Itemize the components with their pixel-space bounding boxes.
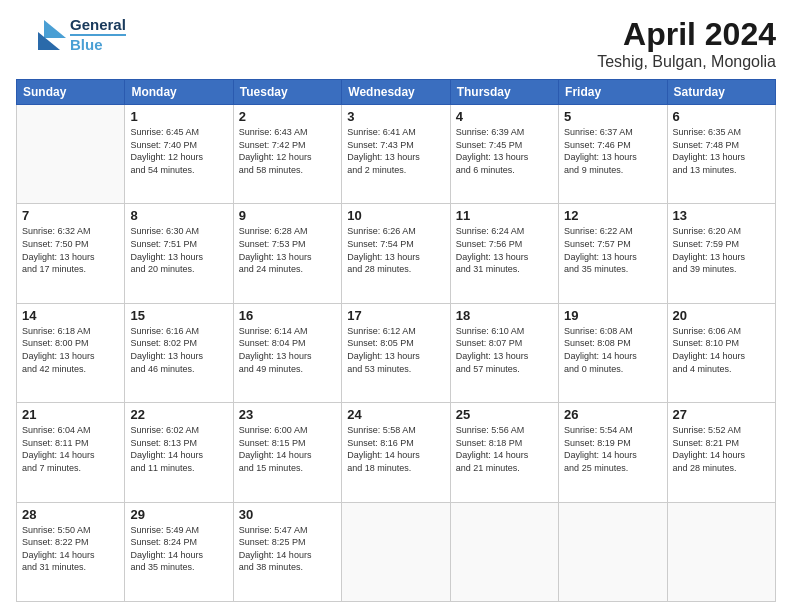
day-info: Sunrise: 6:14 AM Sunset: 8:04 PM Dayligh… bbox=[239, 325, 336, 375]
calendar-week-row: 28Sunrise: 5:50 AM Sunset: 8:22 PM Dayli… bbox=[17, 502, 776, 601]
day-number: 6 bbox=[673, 109, 770, 124]
calendar-subtitle: Teshig, Bulgan, Mongolia bbox=[597, 53, 776, 71]
calendar-week-row: 14Sunrise: 6:18 AM Sunset: 8:00 PM Dayli… bbox=[17, 303, 776, 402]
table-row: 17Sunrise: 6:12 AM Sunset: 8:05 PM Dayli… bbox=[342, 303, 450, 402]
day-info: Sunrise: 6:35 AM Sunset: 7:48 PM Dayligh… bbox=[673, 126, 770, 176]
table-row: 7Sunrise: 6:32 AM Sunset: 7:50 PM Daylig… bbox=[17, 204, 125, 303]
header: General Blue April 2024 Teshig, Bulgan, … bbox=[16, 16, 776, 71]
table-row: 28Sunrise: 5:50 AM Sunset: 8:22 PM Dayli… bbox=[17, 502, 125, 601]
day-info: Sunrise: 6:18 AM Sunset: 8:00 PM Dayligh… bbox=[22, 325, 119, 375]
day-info: Sunrise: 5:52 AM Sunset: 8:21 PM Dayligh… bbox=[673, 424, 770, 474]
table-row bbox=[559, 502, 667, 601]
day-info: Sunrise: 6:37 AM Sunset: 7:46 PM Dayligh… bbox=[564, 126, 661, 176]
day-info: Sunrise: 6:20 AM Sunset: 7:59 PM Dayligh… bbox=[673, 225, 770, 275]
day-number: 30 bbox=[239, 507, 336, 522]
day-info: Sunrise: 6:26 AM Sunset: 7:54 PM Dayligh… bbox=[347, 225, 444, 275]
day-number: 3 bbox=[347, 109, 444, 124]
day-number: 18 bbox=[456, 308, 553, 323]
table-row: 29Sunrise: 5:49 AM Sunset: 8:24 PM Dayli… bbox=[125, 502, 233, 601]
day-number: 9 bbox=[239, 208, 336, 223]
day-number: 26 bbox=[564, 407, 661, 422]
day-info: Sunrise: 6:39 AM Sunset: 7:45 PM Dayligh… bbox=[456, 126, 553, 176]
table-row: 24Sunrise: 5:58 AM Sunset: 8:16 PM Dayli… bbox=[342, 403, 450, 502]
calendar-header-row: Sunday Monday Tuesday Wednesday Thursday… bbox=[17, 80, 776, 105]
table-row: 6Sunrise: 6:35 AM Sunset: 7:48 PM Daylig… bbox=[667, 105, 775, 204]
day-info: Sunrise: 5:50 AM Sunset: 8:22 PM Dayligh… bbox=[22, 524, 119, 574]
day-info: Sunrise: 6:00 AM Sunset: 8:15 PM Dayligh… bbox=[239, 424, 336, 474]
table-row: 18Sunrise: 6:10 AM Sunset: 8:07 PM Dayli… bbox=[450, 303, 558, 402]
calendar-table: Sunday Monday Tuesday Wednesday Thursday… bbox=[16, 79, 776, 602]
table-row: 11Sunrise: 6:24 AM Sunset: 7:56 PM Dayli… bbox=[450, 204, 558, 303]
svg-marker-0 bbox=[44, 20, 66, 38]
calendar-title: April 2024 bbox=[597, 16, 776, 53]
day-number: 13 bbox=[673, 208, 770, 223]
day-number: 5 bbox=[564, 109, 661, 124]
table-row: 1Sunrise: 6:45 AM Sunset: 7:40 PM Daylig… bbox=[125, 105, 233, 204]
day-info: Sunrise: 6:04 AM Sunset: 8:11 PM Dayligh… bbox=[22, 424, 119, 474]
col-monday: Monday bbox=[125, 80, 233, 105]
day-number: 16 bbox=[239, 308, 336, 323]
day-number: 14 bbox=[22, 308, 119, 323]
logo-text-general: General bbox=[70, 17, 126, 34]
table-row: 21Sunrise: 6:04 AM Sunset: 8:11 PM Dayli… bbox=[17, 403, 125, 502]
table-row: 4Sunrise: 6:39 AM Sunset: 7:45 PM Daylig… bbox=[450, 105, 558, 204]
day-info: Sunrise: 6:16 AM Sunset: 8:02 PM Dayligh… bbox=[130, 325, 227, 375]
day-number: 19 bbox=[564, 308, 661, 323]
day-info: Sunrise: 6:30 AM Sunset: 7:51 PM Dayligh… bbox=[130, 225, 227, 275]
table-row: 14Sunrise: 6:18 AM Sunset: 8:00 PM Dayli… bbox=[17, 303, 125, 402]
table-row: 26Sunrise: 5:54 AM Sunset: 8:19 PM Dayli… bbox=[559, 403, 667, 502]
day-number: 7 bbox=[22, 208, 119, 223]
table-row: 13Sunrise: 6:20 AM Sunset: 7:59 PM Dayli… bbox=[667, 204, 775, 303]
table-row: 12Sunrise: 6:22 AM Sunset: 7:57 PM Dayli… bbox=[559, 204, 667, 303]
table-row: 10Sunrise: 6:26 AM Sunset: 7:54 PM Dayli… bbox=[342, 204, 450, 303]
day-info: Sunrise: 5:58 AM Sunset: 8:16 PM Dayligh… bbox=[347, 424, 444, 474]
day-number: 8 bbox=[130, 208, 227, 223]
table-row: 20Sunrise: 6:06 AM Sunset: 8:10 PM Dayli… bbox=[667, 303, 775, 402]
title-block: April 2024 Teshig, Bulgan, Mongolia bbox=[597, 16, 776, 71]
day-number: 1 bbox=[130, 109, 227, 124]
page: General Blue April 2024 Teshig, Bulgan, … bbox=[0, 0, 792, 612]
day-info: Sunrise: 6:45 AM Sunset: 7:40 PM Dayligh… bbox=[130, 126, 227, 176]
day-number: 11 bbox=[456, 208, 553, 223]
day-number: 4 bbox=[456, 109, 553, 124]
logo-graphic bbox=[16, 16, 66, 54]
table-row: 9Sunrise: 6:28 AM Sunset: 7:53 PM Daylig… bbox=[233, 204, 341, 303]
logo: General Blue bbox=[16, 16, 126, 54]
table-row: 19Sunrise: 6:08 AM Sunset: 8:08 PM Dayli… bbox=[559, 303, 667, 402]
col-tuesday: Tuesday bbox=[233, 80, 341, 105]
table-row: 5Sunrise: 6:37 AM Sunset: 7:46 PM Daylig… bbox=[559, 105, 667, 204]
col-wednesday: Wednesday bbox=[342, 80, 450, 105]
col-sunday: Sunday bbox=[17, 80, 125, 105]
day-info: Sunrise: 6:12 AM Sunset: 8:05 PM Dayligh… bbox=[347, 325, 444, 375]
day-number: 15 bbox=[130, 308, 227, 323]
day-number: 20 bbox=[673, 308, 770, 323]
table-row: 3Sunrise: 6:41 AM Sunset: 7:43 PM Daylig… bbox=[342, 105, 450, 204]
day-info: Sunrise: 6:32 AM Sunset: 7:50 PM Dayligh… bbox=[22, 225, 119, 275]
table-row bbox=[667, 502, 775, 601]
col-saturday: Saturday bbox=[667, 80, 775, 105]
logo-text-block: General Blue bbox=[70, 17, 126, 53]
day-number: 10 bbox=[347, 208, 444, 223]
day-info: Sunrise: 6:24 AM Sunset: 7:56 PM Dayligh… bbox=[456, 225, 553, 275]
day-info: Sunrise: 5:47 AM Sunset: 8:25 PM Dayligh… bbox=[239, 524, 336, 574]
table-row: 2Sunrise: 6:43 AM Sunset: 7:42 PM Daylig… bbox=[233, 105, 341, 204]
day-info: Sunrise: 5:56 AM Sunset: 8:18 PM Dayligh… bbox=[456, 424, 553, 474]
table-row: 30Sunrise: 5:47 AM Sunset: 8:25 PM Dayli… bbox=[233, 502, 341, 601]
day-number: 2 bbox=[239, 109, 336, 124]
day-number: 27 bbox=[673, 407, 770, 422]
table-row: 25Sunrise: 5:56 AM Sunset: 8:18 PM Dayli… bbox=[450, 403, 558, 502]
table-row: 23Sunrise: 6:00 AM Sunset: 8:15 PM Dayli… bbox=[233, 403, 341, 502]
day-info: Sunrise: 6:22 AM Sunset: 7:57 PM Dayligh… bbox=[564, 225, 661, 275]
table-row: 27Sunrise: 5:52 AM Sunset: 8:21 PM Dayli… bbox=[667, 403, 775, 502]
day-info: Sunrise: 6:41 AM Sunset: 7:43 PM Dayligh… bbox=[347, 126, 444, 176]
day-info: Sunrise: 6:06 AM Sunset: 8:10 PM Dayligh… bbox=[673, 325, 770, 375]
day-number: 29 bbox=[130, 507, 227, 522]
table-row: 22Sunrise: 6:02 AM Sunset: 8:13 PM Dayli… bbox=[125, 403, 233, 502]
day-number: 24 bbox=[347, 407, 444, 422]
logo-text-blue: Blue bbox=[70, 34, 126, 54]
table-row: 16Sunrise: 6:14 AM Sunset: 8:04 PM Dayli… bbox=[233, 303, 341, 402]
day-info: Sunrise: 6:28 AM Sunset: 7:53 PM Dayligh… bbox=[239, 225, 336, 275]
table-row bbox=[17, 105, 125, 204]
day-info: Sunrise: 5:54 AM Sunset: 8:19 PM Dayligh… bbox=[564, 424, 661, 474]
table-row bbox=[450, 502, 558, 601]
